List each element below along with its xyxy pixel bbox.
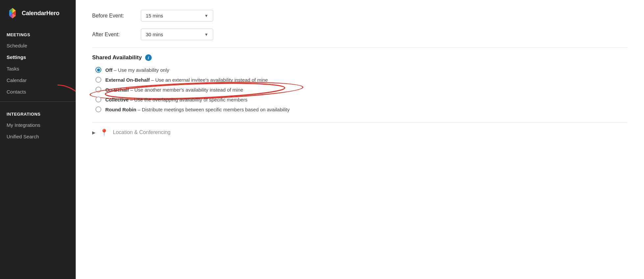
location-section-label: Location & Conferencing bbox=[113, 129, 170, 135]
after-event-label: After Event: bbox=[92, 32, 135, 38]
sidebar-divider bbox=[0, 101, 76, 102]
section-divider-1 bbox=[92, 47, 628, 48]
radio-circle-roundrobin bbox=[95, 106, 101, 112]
radio-list: Off – Use my availability only External … bbox=[95, 67, 628, 112]
before-event-dropdown-icon: ▼ bbox=[204, 14, 208, 18]
before-event-row: Before Event: 15 mins ▼ bbox=[92, 10, 628, 21]
meetings-section-title: MEETINGS bbox=[0, 26, 76, 40]
radio-circle-external bbox=[95, 77, 101, 83]
info-icon[interactable]: i bbox=[145, 54, 152, 61]
radio-circle-collective bbox=[95, 97, 101, 102]
sidebar: CalendarHero MEETINGS Schedule Settings … bbox=[0, 0, 76, 279]
sidebar-item-schedule[interactable]: Schedule bbox=[0, 40, 76, 51]
logo-icon bbox=[7, 7, 18, 19]
meetings-section: MEETINGS Schedule Settings Tasks Calenda… bbox=[0, 26, 76, 98]
location-section[interactable]: ▶ 📍 Location & Conferencing bbox=[92, 122, 628, 136]
expand-arrow-icon: ▶ bbox=[92, 130, 95, 135]
radio-item-roundrobin[interactable]: Round Robin – Distribute meetings betwee… bbox=[95, 106, 628, 112]
before-event-value: 15 mins bbox=[146, 13, 202, 18]
sidebar-item-unified-search[interactable]: Unified Search bbox=[0, 131, 76, 142]
before-event-select[interactable]: 15 mins ▼ bbox=[141, 10, 213, 21]
shared-availability-title: Shared Availability i bbox=[92, 54, 628, 61]
radio-item-onbehalf[interactable]: On-Behalf – Use another member's availab… bbox=[95, 87, 628, 93]
sidebar-item-tasks[interactable]: Tasks bbox=[0, 63, 76, 74]
after-event-row: After Event: 30 mins ▼ bbox=[92, 29, 628, 40]
radio-label-external: External On-Behalf – Use an external inv… bbox=[105, 77, 268, 83]
radio-label-off: Off – Use my availability only bbox=[105, 67, 169, 73]
sidebar-item-calendar[interactable]: Calendar bbox=[0, 74, 76, 86]
radio-circle-onbehalf bbox=[95, 87, 101, 93]
after-event-value: 30 mins bbox=[146, 32, 202, 37]
integrations-section-title: INTEGRATIONS bbox=[0, 106, 76, 119]
before-event-label: Before Event: bbox=[92, 13, 135, 19]
radio-circle-off bbox=[95, 67, 101, 73]
sidebar-item-contacts[interactable]: Contacts bbox=[0, 86, 76, 98]
location-pin-icon: 📍 bbox=[100, 128, 108, 136]
main-content: Before Event: 15 mins ▼ After Event: 30 … bbox=[76, 0, 644, 279]
sidebar-logo: CalendarHero bbox=[0, 0, 76, 26]
radio-label-roundrobin: Round Robin – Distribute meetings betwee… bbox=[105, 107, 290, 112]
after-event-dropdown-icon: ▼ bbox=[204, 32, 208, 37]
radio-item-collective[interactable]: Collective – Use the overlapping availab… bbox=[95, 97, 628, 102]
sidebar-item-my-integrations[interactable]: My Integrations bbox=[0, 119, 76, 131]
sidebar-item-settings[interactable]: Settings bbox=[0, 51, 76, 63]
radio-label-onbehalf: On-Behalf – Use another member's availab… bbox=[105, 87, 243, 93]
radio-label-collective: Collective – Use the overlapping availab… bbox=[105, 97, 247, 102]
radio-item-off[interactable]: Off – Use my availability only bbox=[95, 67, 628, 73]
after-event-select[interactable]: 30 mins ▼ bbox=[141, 29, 213, 40]
radio-item-external[interactable]: External On-Behalf – Use an external inv… bbox=[95, 77, 628, 83]
integrations-section: INTEGRATIONS My Integrations Unified Sea… bbox=[0, 106, 76, 142]
logo-text: CalendarHero bbox=[22, 10, 59, 17]
